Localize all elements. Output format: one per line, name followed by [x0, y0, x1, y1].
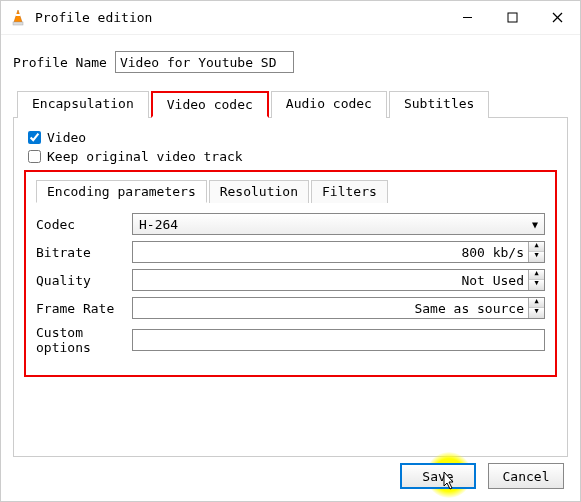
- subtab-filters[interactable]: Filters: [311, 180, 388, 203]
- svg-rect-2: [16, 14, 21, 16]
- framerate-row: Frame Rate ▲ ▼: [36, 297, 545, 319]
- profile-edition-window: Profile edition Profile Name Encapsulati…: [0, 0, 581, 502]
- codec-label: Codec: [36, 217, 132, 232]
- quality-row: Quality ▲ ▼: [36, 269, 545, 291]
- maximize-button[interactable]: [490, 1, 535, 34]
- cancel-button[interactable]: Cancel: [488, 463, 564, 489]
- close-button[interactable]: [535, 1, 580, 34]
- video-checkbox-label: Video: [47, 130, 86, 145]
- keep-original-label: Keep original video track: [47, 149, 243, 164]
- profile-name-label: Profile Name: [13, 55, 107, 70]
- framerate-input[interactable]: [133, 301, 528, 316]
- bitrate-down-button[interactable]: ▼: [529, 252, 544, 262]
- app-icon: [9, 9, 27, 27]
- bitrate-label: Bitrate: [36, 245, 132, 260]
- window-title: Profile edition: [35, 10, 445, 25]
- sub-tabs: Encoding parameters Resolution Filters: [36, 180, 545, 203]
- codec-dropdown[interactable]: H-264 ▼: [132, 213, 545, 235]
- tab-video-codec[interactable]: Video codec: [151, 91, 269, 118]
- framerate-spinbox[interactable]: ▲ ▼: [132, 297, 545, 319]
- quality-spinbox[interactable]: ▲ ▼: [132, 269, 545, 291]
- titlebar: Profile edition: [1, 1, 580, 35]
- bitrate-row: Bitrate ▲ ▼: [36, 241, 545, 263]
- main-tabs: Encapsulation Video codec Audio codec Su…: [17, 91, 568, 118]
- custom-options-row: Custom options: [36, 325, 545, 355]
- subtab-resolution[interactable]: Resolution: [209, 180, 309, 203]
- quality-label: Quality: [36, 273, 132, 288]
- quality-input[interactable]: [133, 273, 528, 288]
- codec-value: H-264: [139, 217, 532, 232]
- tab-encapsulation[interactable]: Encapsulation: [17, 91, 149, 118]
- bitrate-input[interactable]: [133, 245, 528, 260]
- profile-name-input[interactable]: [115, 51, 294, 73]
- subtab-encoding[interactable]: Encoding parameters: [36, 180, 207, 203]
- tab-subtitles[interactable]: Subtitles: [389, 91, 489, 118]
- framerate-down-button[interactable]: ▼: [529, 308, 544, 318]
- save-button[interactable]: Save: [400, 463, 476, 489]
- custom-options-input[interactable]: [132, 329, 545, 351]
- quality-down-button[interactable]: ▼: [529, 280, 544, 290]
- framerate-label: Frame Rate: [36, 301, 132, 316]
- profile-name-row: Profile Name: [13, 51, 568, 73]
- video-checkbox-row[interactable]: Video: [28, 130, 557, 145]
- dialog-footer: Save Cancel: [400, 463, 564, 489]
- video-checkbox[interactable]: [28, 131, 41, 144]
- keep-original-checkbox[interactable]: [28, 150, 41, 163]
- custom-options-label: Custom options: [36, 325, 132, 355]
- tab-panel: Video Keep original video track Encoding…: [13, 117, 568, 457]
- encoding-frame: Encoding parameters Resolution Filters C…: [24, 170, 557, 377]
- tab-audio-codec[interactable]: Audio codec: [271, 91, 387, 118]
- svg-rect-1: [13, 22, 23, 25]
- content-area: Profile Name Encapsulation Video codec A…: [1, 35, 580, 467]
- keep-original-row[interactable]: Keep original video track: [28, 149, 557, 164]
- window-controls: [445, 1, 580, 34]
- bitrate-spinbox[interactable]: ▲ ▼: [132, 241, 545, 263]
- svg-rect-4: [508, 13, 517, 22]
- minimize-button[interactable]: [445, 1, 490, 34]
- codec-row: Codec H-264 ▼: [36, 213, 545, 235]
- chevron-down-icon: ▼: [532, 219, 538, 230]
